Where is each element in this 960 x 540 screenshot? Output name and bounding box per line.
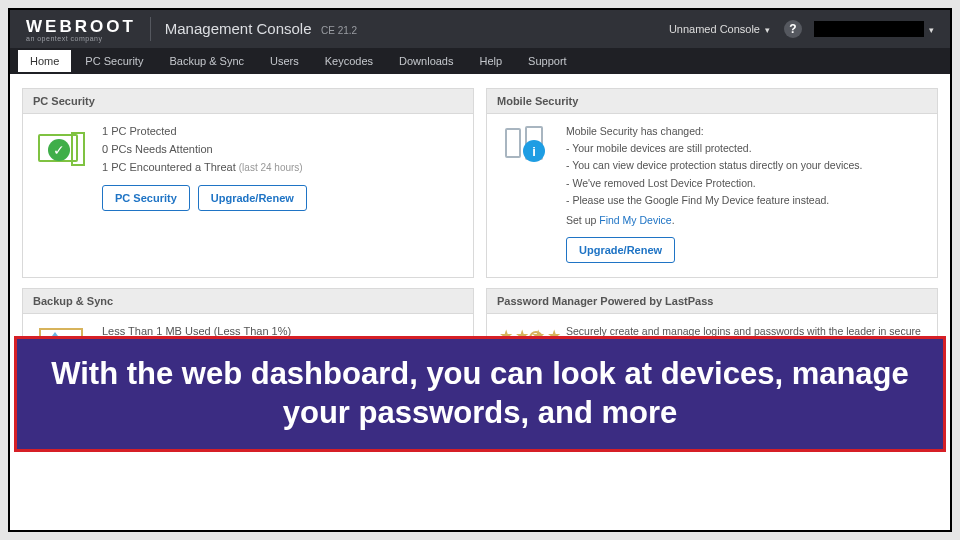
mobile-bullet: - You can view device protection status … (566, 158, 925, 172)
mobile-upgrade-button[interactable]: Upgrade/Renew (566, 237, 675, 263)
console-title-wrap: Management Console CE 21.2 (165, 20, 357, 38)
nav-backup-sync[interactable]: Backup & Sync (157, 50, 256, 72)
pc-line-protected: 1 PC Protected (102, 124, 461, 139)
help-icon[interactable]: ? (784, 20, 802, 38)
nav-home[interactable]: Home (18, 50, 71, 72)
pc-security-button[interactable]: PC Security (102, 185, 190, 211)
main-nav: Home PC Security Backup & Sync Users Key… (10, 48, 950, 74)
content-area: PC Security ✓ 1 PC Protected 0 PCs Needs… (10, 74, 950, 530)
pc-shield-icon: ✓ (35, 124, 90, 174)
account-name-redacted (814, 21, 924, 37)
pc-line-threat: 1 PC Encountered a Threat (last 24 hours… (102, 160, 461, 175)
mobile-devices-icon: i (499, 124, 554, 174)
account-selector[interactable] (814, 21, 934, 37)
nav-keycodes[interactable]: Keycodes (313, 50, 385, 72)
app-frame: WEBROOT an opentext company Management C… (8, 8, 952, 532)
console-title: Management Console (165, 20, 312, 37)
console-selector-label: Unnamed Console (669, 23, 760, 35)
card-title: Mobile Security (487, 89, 937, 114)
card-title: Backup & Sync (23, 289, 473, 314)
mobile-intro: Mobile Security has changed: (566, 124, 925, 138)
nav-help[interactable]: Help (467, 50, 514, 72)
brand-logo: WEBROOT (26, 17, 136, 37)
console-version: CE 21.2 (321, 25, 357, 36)
console-selector[interactable]: Unnamed Console (669, 23, 770, 35)
info-badge-icon: i (523, 140, 545, 162)
pc-upgrade-button[interactable]: Upgrade/Renew (198, 185, 307, 211)
nav-downloads[interactable]: Downloads (387, 50, 465, 72)
brand-block: WEBROOT an opentext company (26, 17, 136, 42)
chevron-down-icon (929, 23, 934, 35)
mobile-bullet: - Your mobile devices are still protecte… (566, 141, 925, 155)
mobile-setup-line: Set up Find My Device. (566, 213, 925, 227)
checkmark-badge-icon: ✓ (48, 139, 70, 161)
nav-users[interactable]: Users (258, 50, 311, 72)
card-pc-security: PC Security ✓ 1 PC Protected 0 PCs Needs… (22, 88, 474, 278)
pc-line-attention: 0 PCs Needs Attention (102, 142, 461, 157)
chevron-down-icon (765, 23, 770, 35)
mobile-bullet: - We've removed Lost Device Protection. (566, 176, 925, 190)
overlay-caption: With the web dashboard, you can look at … (14, 336, 946, 452)
header-bar: WEBROOT an opentext company Management C… (10, 10, 950, 48)
card-title: Password Manager Powered by LastPass (487, 289, 937, 314)
nav-support[interactable]: Support (516, 50, 579, 72)
nav-pc-security[interactable]: PC Security (73, 50, 155, 72)
find-my-device-link[interactable]: Find My Device (599, 214, 671, 226)
header-divider (150, 17, 151, 41)
card-mobile-security: Mobile Security i Mobile Security has ch… (486, 88, 938, 278)
mobile-bullet: - Please use the Google Find My Device f… (566, 193, 925, 207)
card-title: PC Security (23, 89, 473, 114)
pc-threat-period: (last 24 hours) (239, 162, 303, 173)
